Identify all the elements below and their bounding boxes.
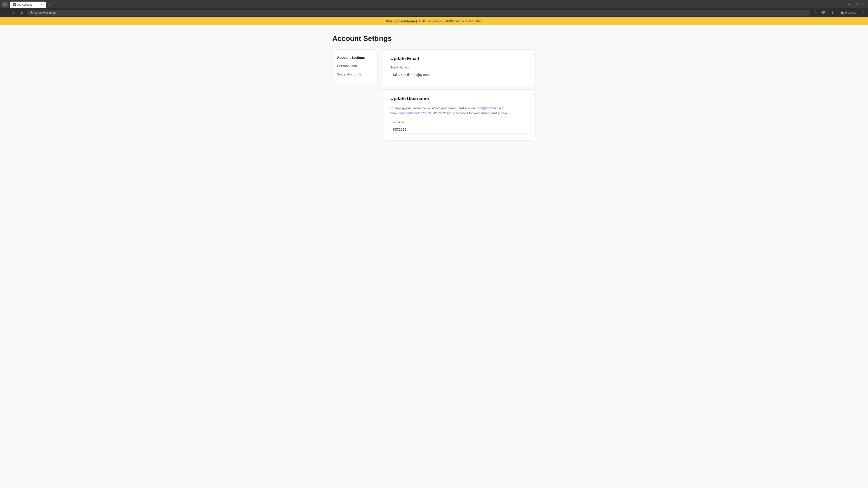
update-email-card: Update Email Email address	[383, 50, 536, 86]
incognito-icon: 🕵	[840, 11, 844, 14]
settings-sidebar: Account Settings Personal Info Social Ac…	[332, 50, 377, 82]
address-bar-actions: ☆ 🧩 ⬇ 🕵 Incognito ⋮	[812, 9, 866, 16]
codementor-link[interactable]: www.codementor.io/f3f71623	[391, 111, 431, 115]
email-field-label: Email address	[391, 66, 528, 69]
referral-link[interactable]: [Refer a friend to Arc]	[385, 20, 417, 23]
description-part3: . We won't set up redirects for your cur…	[431, 111, 509, 115]
referral-banner: [Refer a friend to Arc] $500 cash for yo…	[0, 17, 868, 25]
url-display: arc.dev/settings	[35, 11, 807, 14]
back-button[interactable]: ‹	[2, 9, 8, 16]
email-input[interactable]	[391, 70, 528, 79]
tab-switcher-button[interactable]: ▾	[2, 2, 8, 7]
sidebar-item-personal-info[interactable]: Personal Info	[333, 62, 377, 70]
tab-bar: ▾ ✓ Arc Account ✕ + – ❐ ✕	[0, 0, 868, 8]
settings-layout: Account Settings Personal Info Social Ac…	[332, 50, 536, 140]
minimize-button[interactable]: –	[846, 1, 852, 7]
bookmark-button[interactable]: ☆	[812, 9, 818, 16]
description-part2: and	[498, 106, 504, 110]
banner-text: $500 cash for you, $1000 hiring credit f…	[417, 20, 483, 23]
address-bar-row: ‹ › ↻ 🔒 arc.dev/settings ☆ 🧩 ⬇ 🕵 Incogni…	[0, 8, 868, 17]
separator-2	[837, 10, 837, 15]
tab-close-button[interactable]: ✕	[40, 3, 43, 6]
page-title: Account Settings	[332, 34, 536, 43]
more-options-button[interactable]: ⋮	[860, 9, 866, 16]
page-content: Account Settings Account Settings Person…	[0, 25, 868, 488]
forward-button[interactable]: ›	[10, 9, 17, 16]
new-tab-button[interactable]: +	[47, 2, 53, 7]
maximize-button[interactable]: ❐	[854, 1, 859, 7]
close-button[interactable]: ✕	[861, 1, 866, 7]
tab-favicon: ✓	[13, 3, 16, 6]
update-username-card: Update Username Changing your username w…	[383, 90, 536, 140]
description-part1: Changing your username will affect your …	[391, 106, 471, 110]
browser-chrome: ▾ ✓ Arc Account ✕ + – ❐ ✕ ‹ › ↻ 🔒 arc.de…	[0, 0, 868, 17]
separator	[828, 10, 828, 15]
incognito-badge: 🕵 Incognito	[838, 10, 858, 15]
arc-profile-link[interactable]: arc.dev/@f3f71623	[471, 106, 498, 110]
sidebar-item-account-settings[interactable]: Account Settings	[333, 53, 377, 62]
username-description: Changing your username will affect your …	[391, 106, 528, 116]
download-button[interactable]: ⬇	[829, 9, 835, 16]
username-input[interactable]	[391, 125, 528, 134]
extensions-button[interactable]: 🧩	[820, 9, 826, 16]
reload-button[interactable]: ↻	[19, 9, 25, 16]
address-bar[interactable]: 🔒 arc.dev/settings	[27, 10, 810, 15]
lock-icon: 🔒	[30, 11, 33, 14]
username-field-label: Username	[391, 121, 528, 124]
sidebar-item-social-accounts[interactable]: Social Accounts	[333, 70, 377, 78]
incognito-label: Incognito	[845, 11, 856, 14]
update-email-title: Update Email	[391, 56, 528, 61]
tab-title: Arc Account	[17, 3, 38, 6]
main-content: Update Email Email address Update Userna…	[383, 50, 536, 140]
window-controls: – ❐ ✕	[846, 1, 866, 8]
active-tab[interactable]: ✓ Arc Account ✕	[10, 2, 46, 8]
update-username-title: Update Username	[391, 96, 528, 101]
